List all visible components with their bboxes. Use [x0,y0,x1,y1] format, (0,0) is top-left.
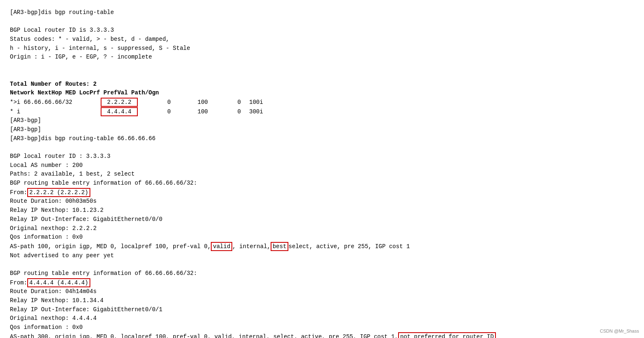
entry2-relay-iface: Relay IP Out-Interface: GigabitEthernet0… [10,305,634,315]
entry1-duration: Route Duration: 00h03m50s [10,197,634,206]
entry1-qos: Qos information : 0x0 [10,233,634,242]
cmd-line-1: [AR3-bgp]dis bgp routing-table [10,8,634,17]
entry2-from-line: From: 4.4.4.4 (4.4.4.4) [10,278,634,288]
route1-med: 0 [138,98,175,107]
cmd-line-4: [AR3-bgp]dis bgp routing-table 66.66.66.… [10,134,634,143]
total-routes: Total Number of Routes: 2 [10,80,634,89]
entry2-from-prefix: From: [10,279,27,288]
entry1-header: BGP routing table entry information of 6… [10,179,634,188]
status-line-2: h - history, i - internal, s - suppresse… [10,44,634,53]
watermark: CSDN @Mr_Shass [600,328,639,335]
route-row-2: * i 4.4.4.4 0 100 0 300i [10,107,634,117]
cmd-text: [AR3-bgp]dis bgp routing-table [10,9,114,16]
entry2-header: BGP routing table entry information of 6… [10,269,634,278]
entry2-orig-nh: Original nexthop: 4.4.4.4 [10,314,634,323]
route1-locprf: 100 [175,98,212,107]
entry1-from-prefix: From: [10,188,27,197]
entry1-as-path-middle: , internal, [232,242,270,251]
entry2-qos: Qos information : 0x0 [10,323,634,332]
entry2-from-box: 4.4.4.4 (4.4.4.4) [27,278,90,287]
local-as-line: Local AS number : 200 [10,161,634,170]
entry1-as-path-suffix: select, active, pre 255, IGP cost 1 [288,242,410,251]
route1-prefval: 0 [212,98,245,107]
route2-path: 300i [245,108,263,117]
cmd-line-2: [AR3-bgp] [10,116,634,125]
blank-line-1 [10,17,634,26]
route2-nexthop-box: 4.4.4.4 [101,107,138,116]
entry2-relay-ip: Relay IP Nexthop: 10.1.34.4 [10,296,634,305]
blank-after-cmd [10,143,634,152]
entry2-duration: Route Duration: 04h14m04s [10,287,634,296]
router-id-line: BGP Local router ID is 3.3.3.3 [10,26,634,35]
route1-prefix: *>i 66.66.66.66/32 [10,98,101,107]
entry1-relay-iface: Relay IP Out-Interface: GigabitEthernet0… [10,215,634,224]
route1-nexthop-box: 2.2.2.2 [101,98,138,107]
entry2-as-path-text: AS-path 300, origin igp, MED 0, localpre… [10,333,398,338]
entry1-as-path-line: AS-path 100, origin igp, MED 0, localpre… [10,242,634,251]
paths-line: Paths: 2 available, 1 best, 2 select [10,170,634,179]
route2-med: 0 [138,108,175,117]
status-line-1: Status codes: * - valid, > - best, d - d… [10,35,634,44]
blank-line-3 [10,71,634,80]
entry1-relay-ip: Relay IP Nexthop: 10.1.23.2 [10,206,634,215]
blank-between-entries [10,260,634,269]
table-header: Network NextHop MED LocPrf PrefVal Path/… [10,89,634,98]
entry1-from-box: 2.2.2.2 (2.2.2.2) [27,188,90,197]
entry2-not-preferred-box: not preferred for router ID [398,332,496,338]
status-line-3: Origin : i - IGP, e - EGP, ? - incomplet… [10,53,634,62]
cmd-line-3: [AR3-bgp] [10,125,634,134]
entry1-from-line: From: 2.2.2.2 (2.2.2.2) [10,188,634,197]
route1-path: 100i [245,98,263,107]
terminal-window: [AR3-bgp]dis bgp routing-table BGP Local… [10,8,634,338]
entry1-orig-nh: Original nexthop: 2.2.2.2 [10,224,634,233]
blank-line-2 [10,62,634,71]
route-row-1: *>i 66.66.66.66/32 2.2.2.2 0 100 0 100i [10,98,634,107]
entry2-as-path-line: AS-path 300, origin igp, MED 0, localpre… [10,332,634,338]
local-rid-line: BGP local router ID : 3.3.3.3 [10,152,634,161]
entry1-not-advertised: Not advertised to any peer yet [10,251,634,261]
entry1-as-path-prefix: AS-path 100, origin igp, MED 0, localpre… [10,242,211,251]
entry1-best-box: best [271,242,289,251]
entry1-valid-box: valid [211,242,232,251]
route2-prefval: 0 [212,108,245,117]
route2-prefix: * i [10,108,101,117]
route2-locprf: 100 [175,108,212,117]
